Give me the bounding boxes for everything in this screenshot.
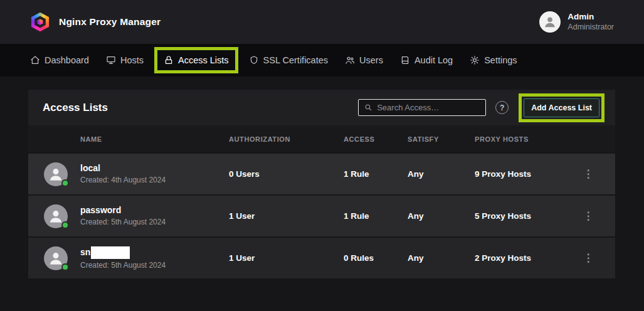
kebab-menu-icon[interactable]: ⋮ [577,167,599,181]
person-icon [543,15,557,29]
monitor-icon [106,55,116,65]
nav-label: Audit Log [414,55,453,65]
users-icon [345,55,355,65]
lock-icon [164,55,174,65]
person-icon [48,208,64,224]
table-header-row: NAME AUTHORIZATION ACCESS SATISFY PROXY … [28,125,615,152]
online-status-dot [61,221,69,229]
row-avatar [44,162,68,186]
main-nav: Dashboard Hosts Access Lists SSL Certifi… [0,44,644,76]
proxy-hosts-cell: 9 Proxy Hosts [475,169,577,179]
nav-item-hosts[interactable]: Hosts [106,55,144,65]
access-list-name: sn [80,246,229,259]
redaction-box [91,246,130,259]
proxy-hosts-cell: 5 Proxy Hosts [475,211,577,221]
kebab-menu-icon[interactable]: ⋮ [577,251,599,265]
nav-item-ssl-certificates[interactable]: SSL Certificates [249,55,328,65]
column-header-proxy-hosts: PROXY HOSTS [475,135,577,143]
person-icon [48,250,64,266]
nav-item-users[interactable]: Users [345,55,383,65]
user-role: Administrator [567,23,614,33]
created-date: Created: 4th August 2024 [80,176,229,184]
panel-header: Access Lists ? Add Access List [28,90,615,125]
add-access-list-button[interactable]: Add Access List [524,98,599,117]
page-title: Access Lists [43,102,108,114]
gear-icon [470,55,480,65]
search-box [358,99,486,116]
main-content: Access Lists ? Add Access List NAME AUTH… [0,76,644,278]
satisfy-cell: Any [408,169,475,179]
nav-label: SSL Certificates [263,55,328,65]
nav-label: Settings [484,55,517,65]
nav-label: Users [359,55,383,65]
nav-label: Hosts [120,55,144,65]
row-avatar [44,246,68,270]
access-cell: 0 Rules [344,253,408,263]
app-title: Nginx Proxy Manager [59,16,161,28]
kebab-menu-icon[interactable]: ⋮ [577,209,599,223]
access-cell: 1 Rule [344,211,408,221]
user-name: Admin [567,12,614,23]
satisfy-cell: Any [408,253,475,263]
authorization-cell: 1 User [229,211,344,221]
shield-icon [249,55,259,65]
app-logo-icon [30,12,50,32]
nav-item-audit-log[interactable]: Audit Log [400,55,453,65]
search-icon [364,103,372,112]
nav-item-dashboard[interactable]: Dashboard [30,55,89,65]
column-header-access: ACCESS [344,135,408,143]
access-list-name: password [80,206,229,215]
nav-label: Dashboard [45,55,89,65]
created-date: Created: 5th August 2024 [80,261,229,270]
header: Nginx Proxy Manager Admin Administrator [0,0,644,44]
column-header-authorization: AUTHORIZATION [229,135,344,143]
column-header-satisfy: SATISFY [408,135,475,143]
brand: Nginx Proxy Manager [30,12,161,32]
created-date: Created: 5th August 2024 [80,218,229,226]
annotation-box-add-button: Add Access List [519,93,604,122]
table-row[interactable]: password Created: 5th August 2024 1 User… [28,194,615,236]
user-menu[interactable]: Admin Administrator [539,11,614,33]
authorization-cell: 1 User [229,253,344,263]
nav-label: Access Lists [178,55,229,65]
table-row[interactable]: sn Created: 5th August 2024 1 User 0 Rul… [28,236,615,278]
table-row[interactable]: local Created: 4th August 2024 0 Users 1… [28,152,615,194]
search-input[interactable] [377,103,480,112]
user-avatar [539,11,561,33]
online-status-dot [61,263,69,271]
home-icon [30,55,40,65]
nav-item-settings[interactable]: Settings [470,55,517,65]
person-icon [48,166,64,182]
access-list-name: local [80,164,229,173]
column-header-name: NAME [80,135,229,143]
satisfy-cell: Any [408,211,475,221]
access-cell: 1 Rule [344,169,408,179]
authorization-cell: 0 Users [229,169,344,179]
proxy-hosts-cell: 2 Proxy Hosts [475,253,577,263]
online-status-dot [61,179,69,187]
nav-item-access-lists[interactable]: Access Lists [154,47,238,73]
row-avatar [44,204,68,228]
book-icon [400,55,410,65]
access-list-name-text: sn [80,248,90,257]
access-lists-panel: Access Lists ? Add Access List NAME AUTH… [28,90,615,278]
app-window: Nginx Proxy Manager Admin Administrator … [0,0,644,311]
help-icon[interactable]: ? [495,101,509,114]
